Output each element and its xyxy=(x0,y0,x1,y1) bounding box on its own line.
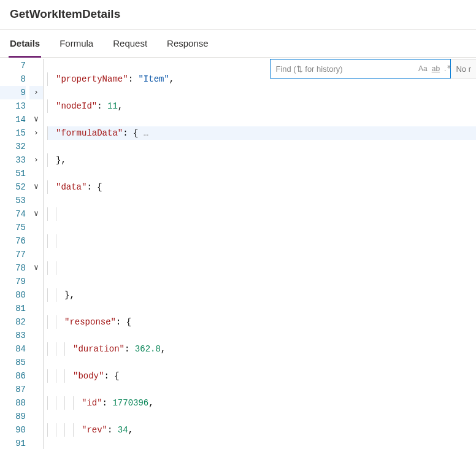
fold-spacer xyxy=(29,234,43,248)
fold-spacer xyxy=(29,248,43,261)
fold-toggle-icon[interactable]: ∨ xyxy=(29,261,43,275)
code-editor[interactable]: 7891314153233515253747576777879808182838… xyxy=(0,58,476,449)
fold-toggle-icon[interactable]: › xyxy=(29,86,43,99)
fold-spacer xyxy=(29,72,43,86)
fold-toggle-icon[interactable]: ∨ xyxy=(29,113,43,126)
tab-response[interactable]: Response xyxy=(166,30,210,58)
fold-toggle-icon[interactable]: ∨ xyxy=(29,180,43,194)
fold-spacer xyxy=(29,59,43,72)
code-line: "nodeId": 11, xyxy=(47,99,476,113)
code-line: "id": 1770396, xyxy=(47,396,476,410)
code-line: "rev": 34, xyxy=(47,423,476,437)
line-number: 86 xyxy=(0,369,26,383)
fold-toggle-icon[interactable]: › xyxy=(29,153,43,167)
fold-spacer xyxy=(29,275,43,288)
code-line: "formulaData": { … xyxy=(47,126,476,140)
fold-spacer xyxy=(29,396,43,410)
fold-spacer xyxy=(29,383,43,396)
line-number: 76 xyxy=(0,234,26,248)
tab-request[interactable]: Request xyxy=(112,30,148,58)
fold-spacer xyxy=(29,356,43,369)
line-number: 14 xyxy=(0,113,26,126)
line-number: 9 xyxy=(0,86,26,99)
line-number: 13 xyxy=(0,99,26,113)
line-number: 84 xyxy=(0,342,26,356)
line-number: 8 xyxy=(0,72,26,86)
header: GetWorkItemDetails xyxy=(0,0,476,30)
code-line: "body": { xyxy=(47,369,476,383)
code-line: "response": { xyxy=(47,315,476,329)
fold-spacer xyxy=(29,410,43,423)
line-number: 53 xyxy=(0,194,26,207)
code-line: "data": { xyxy=(47,180,476,194)
line-number: 90 xyxy=(0,423,26,437)
code-line: "duration": 362.8, xyxy=(47,342,476,356)
fold-spacer xyxy=(29,315,43,329)
line-number: 75 xyxy=(0,221,26,234)
fold-spacer xyxy=(29,288,43,302)
line-number: 87 xyxy=(0,383,26,396)
line-number: 52 xyxy=(0,180,26,194)
line-number: 91 xyxy=(0,437,26,449)
fold-spacer xyxy=(29,167,43,180)
fold-spacer xyxy=(29,99,43,113)
fold-spacer xyxy=(29,369,43,383)
fold-toggle-icon[interactable]: ∨ xyxy=(29,207,43,221)
line-number: 89 xyxy=(0,410,26,423)
line-number: 77 xyxy=(0,248,26,261)
regex-icon[interactable]: .⁎ xyxy=(444,64,446,73)
line-number-gutter: 7891314153233515253747576777879808182838… xyxy=(0,59,29,449)
line-number: 85 xyxy=(0,356,26,369)
line-number: 88 xyxy=(0,396,26,410)
tab-details[interactable]: Details xyxy=(9,30,41,58)
find-results-hint: No r xyxy=(451,59,476,79)
code-line xyxy=(47,207,476,221)
code-line: }, xyxy=(47,153,476,167)
code-content[interactable]: "propertyName": "Item", "nodeId": 11, "f… xyxy=(43,59,476,449)
tab-formula[interactable]: Formula xyxy=(58,30,94,58)
fold-spacer xyxy=(29,302,43,315)
line-number: 80 xyxy=(0,288,26,302)
fold-spacer xyxy=(29,329,43,342)
line-number: 51 xyxy=(0,167,26,180)
code-line: }, xyxy=(47,288,476,302)
code-line xyxy=(47,234,476,248)
line-number: 81 xyxy=(0,302,26,315)
whole-word-icon[interactable]: ab xyxy=(432,64,440,73)
line-number: 74 xyxy=(0,207,26,221)
line-number: 78 xyxy=(0,261,26,275)
page-title: GetWorkItemDetails xyxy=(10,7,466,21)
match-case-icon[interactable]: Aa xyxy=(418,64,428,73)
line-number: 82 xyxy=(0,315,26,329)
find-widget: Aa ab .⁎ No r xyxy=(270,59,476,79)
line-number: 79 xyxy=(0,275,26,288)
code-line xyxy=(47,261,476,275)
editor-wrap: Aa ab .⁎ No r 78913141532335152537475767… xyxy=(0,58,476,449)
line-number: 15 xyxy=(0,126,26,140)
line-number: 83 xyxy=(0,329,26,342)
find-input[interactable] xyxy=(275,64,414,74)
fold-spacer xyxy=(29,342,43,356)
fold-spacer xyxy=(29,423,43,437)
fold-column: ›∨››∨∨∨ xyxy=(29,59,43,449)
fold-spacer xyxy=(29,194,43,207)
fold-toggle-icon[interactable]: › xyxy=(29,126,43,140)
tabs-bar: Details Formula Request Response xyxy=(0,30,476,58)
fold-spacer xyxy=(29,221,43,234)
line-number: 7 xyxy=(0,59,26,72)
fold-spacer xyxy=(29,140,43,153)
line-number: 33 xyxy=(0,153,26,167)
fold-spacer xyxy=(29,437,43,449)
find-input-box[interactable]: Aa ab .⁎ xyxy=(270,59,451,79)
line-number: 32 xyxy=(0,140,26,153)
